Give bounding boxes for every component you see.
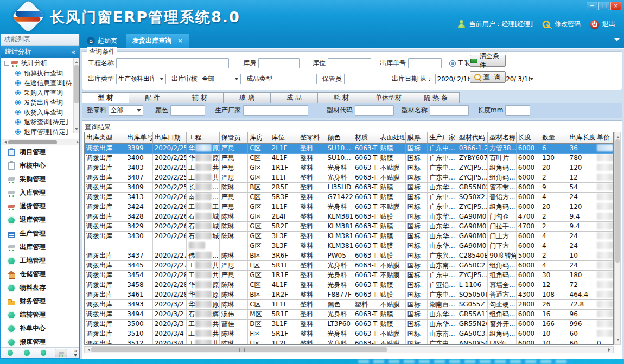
cell[interactable]: 调拨出库 [85, 299, 125, 309]
project-cell[interactable]: 华原... [187, 143, 220, 153]
cell[interactable]: 2020/2/26 [152, 231, 187, 241]
cell[interactable]: 3R6F [270, 251, 298, 260]
price-cell[interactable]: 75 [595, 231, 614, 241]
cell[interactable]: 180 [568, 270, 595, 280]
cell[interactable]: 整料 [298, 299, 326, 309]
cell[interactable]: C区 [248, 299, 270, 309]
price-cell[interactable]: 3 [595, 153, 614, 163]
subtab[interactable]: 型 材 [82, 92, 129, 103]
cell[interactable]: 20 [540, 163, 568, 173]
project-cell[interactable]: 石城 [187, 231, 220, 241]
cell[interactable]: 5000 [516, 251, 540, 260]
cell[interactable]: KLM3817 [326, 241, 353, 251]
table-row[interactable]: 调拨出库34002020/2/25华原...严思C区4L1F整料SU10...6… [85, 153, 614, 163]
cell[interactable]: 3428 [125, 212, 152, 221]
scrollbar-thumb[interactable] [8, 140, 57, 144]
cell[interactable]: 3512 [125, 339, 152, 345]
cell[interactable]: 2020/2/25 [152, 173, 187, 182]
cell[interactable]: 国标 [405, 329, 427, 339]
cell[interactable]: G区 [248, 173, 270, 182]
table-row[interactable]: 调拨出库35002020/3/3工共工程曹佳D区3L1F整料LT3P606063… [85, 319, 614, 329]
column-header[interactable]: 出库单号 [125, 132, 152, 143]
cell[interactable]: 整料 [298, 329, 326, 339]
cell[interactable]: 整料 [298, 339, 326, 345]
clear-conditions-button[interactable]: 清空条件 [470, 55, 506, 67]
cell[interactable]: 调拨出库 [85, 143, 125, 153]
column-header[interactable]: 型材名称 [488, 132, 516, 143]
cell[interactable]: 3458 [125, 280, 152, 290]
cell[interactable]: 山东南... [428, 329, 457, 339]
cell[interactable]: ZYCJP5... [457, 270, 488, 280]
length-input[interactable] [505, 105, 530, 116]
cell[interactable]: 3L3F [270, 231, 298, 241]
manufacturer-input[interactable] [243, 105, 308, 116]
cell[interactable]: 6063-T5 [353, 339, 378, 345]
cell[interactable]: 严思 [219, 270, 247, 280]
cell[interactable]: C区 [248, 192, 270, 202]
cell[interactable]: 贴膜 [378, 182, 405, 192]
cell[interactable]: 不贴膜 [378, 260, 405, 270]
price-cell[interactable] [595, 299, 614, 309]
cell[interactable]: 整料 [298, 221, 326, 231]
cell[interactable]: 组角码... [488, 202, 516, 212]
cell[interactable]: 6063-T5 [353, 192, 378, 202]
cell[interactable]: 广东中... [428, 192, 457, 202]
cell[interactable]: 光身料 [326, 173, 353, 182]
column-header[interactable]: 表面处理 [378, 132, 405, 143]
project-cell[interactable]: 石城 [187, 221, 220, 231]
cell[interactable]: G区 [248, 241, 270, 251]
table-row[interactable]: 调拨出库34542020/2/28工共工程严思G区1R1F整料光身料6063-T… [85, 270, 614, 280]
cell[interactable]: 塑料 [353, 299, 378, 309]
price-cell[interactable] [595, 202, 614, 212]
logout-link[interactable]: 退出 [602, 20, 615, 29]
cell[interactable]: 光身料 [326, 260, 353, 270]
tree-item[interactable]: 发货出库查询 [1, 98, 79, 107]
cell[interactable]: 0366-1.2 [457, 143, 488, 153]
price-cell[interactable]: 0 [595, 339, 614, 345]
cell[interactable]: 96 [568, 309, 595, 319]
project-cell[interactable]: 石辉城 [187, 309, 220, 319]
cell[interactable]: 国标 [405, 231, 427, 241]
cell[interactable]: 4700 [516, 212, 540, 221]
cell[interactable]: 30 [540, 270, 568, 280]
cell[interactable]: 国标 [405, 309, 427, 319]
cell[interactable]: 24 [568, 192, 595, 202]
cell[interactable] [219, 241, 247, 251]
project-cell[interactable]: 华原... [187, 299, 220, 309]
table-row[interactable]: 调拨出库34452020/2/27工共工程严思F区5R1F整料光身料6063-T… [85, 260, 614, 270]
sidebar-menu-item[interactable]: 采购管理 [1, 173, 79, 186]
cell[interactable]: 国标 [405, 153, 427, 163]
price-cell[interactable] [595, 270, 614, 280]
cell[interactable]: 整料 [298, 241, 326, 251]
cell[interactable]: 2020/3/4 [152, 329, 187, 339]
cell[interactable]: ZYCJP5... [457, 163, 488, 173]
cell[interactable]: 贴膜 [378, 290, 405, 299]
cell[interactable]: 不贴膜 [378, 339, 405, 345]
sidebar-menu-item[interactable]: 生产管理 [1, 227, 79, 240]
cell[interactable]: B区 [248, 182, 270, 192]
cell[interactable]: 门拉手... [488, 221, 516, 231]
scrollbar-thumb[interactable] [91, 347, 387, 352]
cell[interactable]: 黑色 [326, 299, 353, 309]
cell[interactable]: 996 [568, 319, 595, 329]
cell[interactable]: 整料 [298, 212, 326, 221]
cell[interactable]: 调拨出库 [85, 153, 125, 163]
cell[interactable]: 不贴膜 [378, 299, 405, 309]
cell[interactable]: 幕墙全... [488, 280, 516, 290]
whole-scrap-select[interactable]: 全部 [109, 105, 143, 116]
overflow-more-button[interactable]: » ▾ [74, 349, 77, 357]
cell[interactable]: 调拨出库 [85, 231, 125, 241]
cell[interactable]: 严思 [219, 202, 247, 212]
cell[interactable]: 国标 [405, 251, 427, 260]
cell[interactable]: 6000 [516, 319, 540, 329]
scrollbar-thumb[interactable] [74, 65, 79, 103]
cell[interactable]: C区 [248, 280, 270, 290]
cell[interactable]: 2020/2/27 [152, 251, 187, 260]
cell[interactable]: 2R5F [270, 182, 298, 192]
cell[interactable]: 3L1F [270, 319, 298, 329]
cell[interactable]: LI35HD [326, 182, 353, 192]
cell[interactable]: 湖南百... [428, 299, 457, 309]
cell[interactable]: 曹佳 [219, 319, 247, 329]
cell[interactable]: 整料 [298, 251, 326, 260]
project-cell[interactable] [187, 241, 220, 251]
